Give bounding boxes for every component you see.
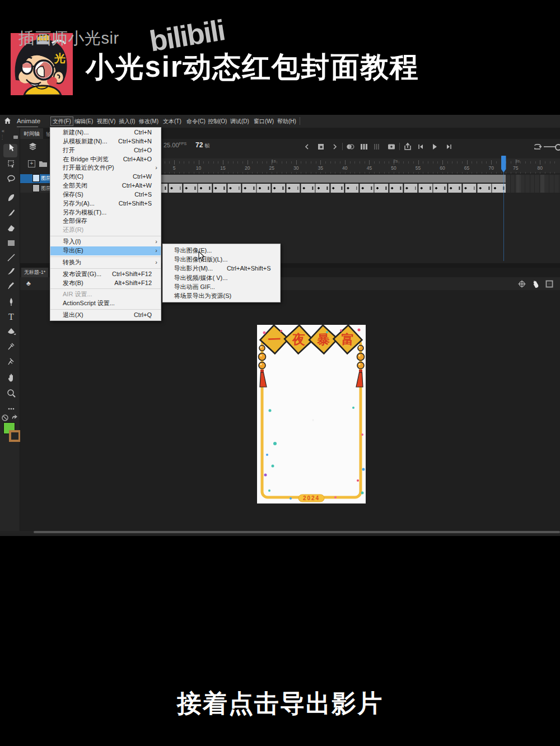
svg-text:暴: 暴 [316, 332, 330, 347]
svg-text:T: T [8, 312, 14, 321]
svg-text:夜: 夜 [292, 332, 306, 347]
svg-text:光: 光 [54, 52, 66, 64]
svg-text:2024: 2024 [303, 495, 320, 501]
svg-text:富: 富 [341, 332, 354, 347]
svg-text:一: 一 [268, 332, 281, 347]
